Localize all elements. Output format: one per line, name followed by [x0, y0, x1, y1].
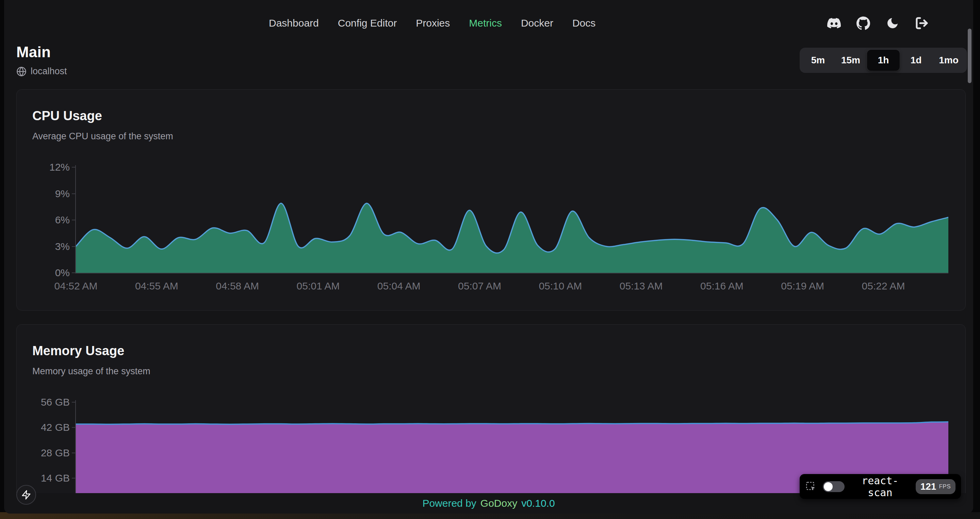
y-tick-label: 9% — [55, 188, 70, 200]
lightning-bolt-button[interactable] — [16, 485, 36, 505]
app-window: DashboardConfig EditorProxiesMetricsDock… — [4, 0, 973, 514]
fps-unit: FPS — [939, 483, 951, 490]
y-tick-label: 56 GB — [41, 396, 70, 408]
nav-links: DashboardConfig EditorProxiesMetricsDock… — [269, 0, 595, 46]
page-header: Main localhost — [16, 43, 67, 77]
y-tick-label: 6% — [55, 214, 70, 226]
y-tick-mark — [72, 246, 75, 247]
memory-card-subtitle: Memory usage of the system — [32, 366, 150, 377]
host-name: localhost — [30, 66, 67, 77]
y-tick-label: 3% — [55, 241, 70, 252]
y-tick-mark — [72, 453, 75, 453]
x-tick-label: 05:13 AM — [620, 280, 663, 292]
react-scan-toggle[interactable] — [823, 481, 845, 492]
nav-icon-group — [827, 0, 929, 46]
godoxy-link[interactable]: GoDoxy — [480, 498, 517, 509]
y-tick-mark — [72, 193, 75, 194]
scrollbar-thumb[interactable] — [968, 29, 972, 83]
y-tick-mark — [72, 220, 75, 220]
y-tick-label: 12% — [49, 161, 70, 173]
powered-by-text: Powered by — [422, 498, 476, 509]
memory-card-title: Memory Usage — [32, 343, 124, 358]
x-tick-label: 05:16 AM — [700, 280, 743, 292]
time-range-option-1d[interactable]: 1d — [900, 50, 932, 71]
page-title: Main — [16, 43, 67, 61]
toggle-knob — [824, 482, 833, 491]
nav-item-metrics[interactable]: Metrics — [469, 18, 502, 29]
y-tick-label: 14 GB — [41, 472, 70, 484]
github-icon[interactable] — [856, 16, 870, 30]
time-range-option-15m[interactable]: 15m — [834, 50, 867, 71]
version-text: v0.10.0 — [521, 498, 555, 509]
y-tick-mark — [72, 478, 75, 479]
y-tick-mark — [72, 427, 75, 428]
host-row: localhost — [16, 66, 67, 77]
inspect-element-icon[interactable] — [805, 481, 817, 492]
y-tick-label: 0% — [55, 267, 70, 279]
y-tick-mark — [72, 272, 75, 273]
fps-badge: 121 FPS — [916, 479, 956, 494]
x-tick-label: 05:19 AM — [781, 280, 824, 292]
react-scan-label: react-scan — [851, 475, 910, 498]
cpu-x-axis-labels: 04:52 AM04:55 AM04:58 AM05:01 AM05:04 AM… — [76, 280, 948, 294]
fps-value: 121 — [920, 481, 937, 492]
time-range-option-5m[interactable]: 5m — [802, 50, 834, 71]
y-tick-label: 28 GB — [41, 447, 70, 459]
cpu-card-title: CPU Usage — [32, 109, 102, 123]
x-tick-label: 05:01 AM — [297, 280, 340, 292]
powered-by-line: Powered by GoDoxy v0.10.0 — [422, 498, 555, 509]
top-navigation-bar: DashboardConfig EditorProxiesMetricsDock… — [4, 0, 973, 46]
discord-icon[interactable] — [827, 16, 841, 30]
x-tick-label: 05:10 AM — [539, 280, 582, 292]
x-tick-label: 04:52 AM — [54, 280, 98, 292]
x-tick-label: 04:58 AM — [216, 280, 259, 292]
logout-icon[interactable] — [915, 16, 929, 30]
y-tick-mark — [72, 167, 75, 168]
cpu-usage-card: CPU Usage Average CPU usage of the syste… — [16, 89, 966, 311]
y-tick-mark — [72, 402, 75, 402]
cpu-card-subtitle: Average CPU usage of the system — [32, 131, 173, 142]
zap-icon — [21, 490, 31, 500]
y-tick-label: 42 GB — [41, 422, 70, 433]
nav-item-docs[interactable]: Docs — [572, 18, 595, 29]
nav-item-proxies[interactable]: Proxies — [416, 18, 450, 29]
x-tick-label: 04:55 AM — [135, 280, 178, 292]
nav-item-docker[interactable]: Docker — [521, 18, 553, 29]
time-range-option-1mo[interactable]: 1mo — [932, 50, 965, 71]
cpu-area-plot — [76, 167, 948, 273]
dark-mode-moon-icon[interactable] — [885, 16, 900, 30]
x-tick-label: 05:04 AM — [377, 280, 421, 292]
globe-icon — [16, 66, 27, 77]
react-scan-widget: react-scan 121 FPS — [800, 474, 961, 499]
nav-item-dashboard[interactable]: Dashboard — [269, 18, 319, 29]
x-tick-label: 05:07 AM — [458, 280, 501, 292]
x-tick-label: 05:22 AM — [862, 280, 905, 292]
time-range-selector: 5m15m1h1d1mo — [800, 48, 967, 73]
nav-item-config-editor[interactable]: Config Editor — [338, 18, 397, 29]
cpu-x-axis-line — [75, 273, 948, 273]
time-range-option-1h[interactable]: 1h — [867, 50, 900, 71]
